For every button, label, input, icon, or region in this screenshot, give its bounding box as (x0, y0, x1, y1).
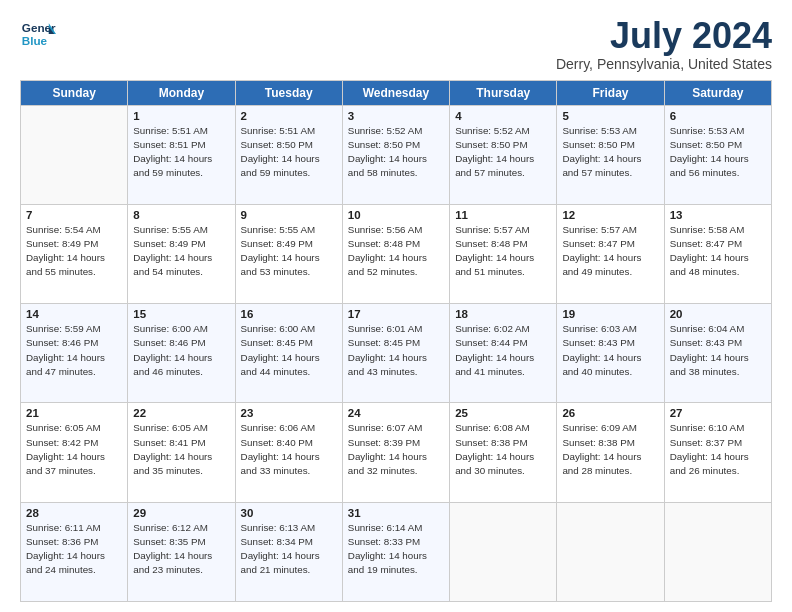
day-number: 8 (133, 209, 229, 221)
day-info: Sunrise: 5:55 AMSunset: 8:49 PMDaylight:… (133, 223, 229, 280)
day-cell: 27Sunrise: 6:10 AMSunset: 8:37 PMDayligh… (664, 403, 771, 502)
day-info: Sunrise: 5:58 AMSunset: 8:47 PMDaylight:… (670, 223, 766, 280)
day-cell: 30Sunrise: 6:13 AMSunset: 8:34 PMDayligh… (235, 502, 342, 601)
day-cell: 26Sunrise: 6:09 AMSunset: 8:38 PMDayligh… (557, 403, 664, 502)
header: General Blue July 2024 Derry, Pennsylvan… (20, 16, 772, 72)
day-info: Sunrise: 6:07 AMSunset: 8:39 PMDaylight:… (348, 421, 444, 478)
day-number: 25 (455, 407, 551, 419)
week-row-3: 14Sunrise: 5:59 AMSunset: 8:46 PMDayligh… (21, 304, 772, 403)
day-cell (450, 502, 557, 601)
day-number: 23 (241, 407, 337, 419)
calendar-table: SundayMondayTuesdayWednesdayThursdayFrid… (20, 80, 772, 602)
day-number: 27 (670, 407, 766, 419)
day-info: Sunrise: 6:09 AMSunset: 8:38 PMDaylight:… (562, 421, 658, 478)
day-number: 19 (562, 308, 658, 320)
day-cell: 24Sunrise: 6:07 AMSunset: 8:39 PMDayligh… (342, 403, 449, 502)
day-info: Sunrise: 6:11 AMSunset: 8:36 PMDaylight:… (26, 521, 122, 578)
day-header-saturday: Saturday (664, 80, 771, 105)
day-cell: 18Sunrise: 6:02 AMSunset: 8:44 PMDayligh… (450, 304, 557, 403)
day-header-thursday: Thursday (450, 80, 557, 105)
day-number: 29 (133, 507, 229, 519)
day-cell: 9Sunrise: 5:55 AMSunset: 8:49 PMDaylight… (235, 204, 342, 303)
day-header-sunday: Sunday (21, 80, 128, 105)
day-number: 5 (562, 110, 658, 122)
svg-text:Blue: Blue (22, 34, 48, 47)
day-number: 26 (562, 407, 658, 419)
day-cell: 2Sunrise: 5:51 AMSunset: 8:50 PMDaylight… (235, 105, 342, 204)
day-cell: 5Sunrise: 5:53 AMSunset: 8:50 PMDaylight… (557, 105, 664, 204)
day-info: Sunrise: 6:13 AMSunset: 8:34 PMDaylight:… (241, 521, 337, 578)
day-number: 3 (348, 110, 444, 122)
day-cell: 3Sunrise: 5:52 AMSunset: 8:50 PMDaylight… (342, 105, 449, 204)
day-info: Sunrise: 6:10 AMSunset: 8:37 PMDaylight:… (670, 421, 766, 478)
logo-icon: General Blue (20, 16, 56, 52)
week-row-4: 21Sunrise: 6:05 AMSunset: 8:42 PMDayligh… (21, 403, 772, 502)
day-number: 31 (348, 507, 444, 519)
day-cell: 8Sunrise: 5:55 AMSunset: 8:49 PMDaylight… (128, 204, 235, 303)
day-cell: 20Sunrise: 6:04 AMSunset: 8:43 PMDayligh… (664, 304, 771, 403)
day-cell: 1Sunrise: 5:51 AMSunset: 8:51 PMDaylight… (128, 105, 235, 204)
day-number: 20 (670, 308, 766, 320)
day-header-tuesday: Tuesday (235, 80, 342, 105)
day-info: Sunrise: 6:04 AMSunset: 8:43 PMDaylight:… (670, 322, 766, 379)
day-number: 21 (26, 407, 122, 419)
day-cell: 6Sunrise: 5:53 AMSunset: 8:50 PMDaylight… (664, 105, 771, 204)
day-info: Sunrise: 6:14 AMSunset: 8:33 PMDaylight:… (348, 521, 444, 578)
day-cell: 15Sunrise: 6:00 AMSunset: 8:46 PMDayligh… (128, 304, 235, 403)
day-info: Sunrise: 6:08 AMSunset: 8:38 PMDaylight:… (455, 421, 551, 478)
day-cell: 12Sunrise: 5:57 AMSunset: 8:47 PMDayligh… (557, 204, 664, 303)
day-cell: 13Sunrise: 5:58 AMSunset: 8:47 PMDayligh… (664, 204, 771, 303)
day-number: 10 (348, 209, 444, 221)
day-info: Sunrise: 5:51 AMSunset: 8:51 PMDaylight:… (133, 124, 229, 181)
day-info: Sunrise: 5:51 AMSunset: 8:50 PMDaylight:… (241, 124, 337, 181)
day-cell: 29Sunrise: 6:12 AMSunset: 8:35 PMDayligh… (128, 502, 235, 601)
day-number: 16 (241, 308, 337, 320)
day-info: Sunrise: 5:57 AMSunset: 8:48 PMDaylight:… (455, 223, 551, 280)
day-cell (664, 502, 771, 601)
day-info: Sunrise: 5:52 AMSunset: 8:50 PMDaylight:… (348, 124, 444, 181)
day-cell: 16Sunrise: 6:00 AMSunset: 8:45 PMDayligh… (235, 304, 342, 403)
day-number: 9 (241, 209, 337, 221)
day-info: Sunrise: 5:56 AMSunset: 8:48 PMDaylight:… (348, 223, 444, 280)
day-cell (557, 502, 664, 601)
day-cell: 23Sunrise: 6:06 AMSunset: 8:40 PMDayligh… (235, 403, 342, 502)
main-title: July 2024 (556, 16, 772, 56)
logo: General Blue (20, 16, 56, 52)
day-info: Sunrise: 6:00 AMSunset: 8:46 PMDaylight:… (133, 322, 229, 379)
day-info: Sunrise: 5:53 AMSunset: 8:50 PMDaylight:… (670, 124, 766, 181)
day-cell: 10Sunrise: 5:56 AMSunset: 8:48 PMDayligh… (342, 204, 449, 303)
day-number: 2 (241, 110, 337, 122)
day-cell: 31Sunrise: 6:14 AMSunset: 8:33 PMDayligh… (342, 502, 449, 601)
day-number: 22 (133, 407, 229, 419)
day-info: Sunrise: 6:05 AMSunset: 8:41 PMDaylight:… (133, 421, 229, 478)
day-info: Sunrise: 5:52 AMSunset: 8:50 PMDaylight:… (455, 124, 551, 181)
day-info: Sunrise: 6:02 AMSunset: 8:44 PMDaylight:… (455, 322, 551, 379)
day-info: Sunrise: 5:54 AMSunset: 8:49 PMDaylight:… (26, 223, 122, 280)
day-number: 11 (455, 209, 551, 221)
day-number: 17 (348, 308, 444, 320)
day-number: 6 (670, 110, 766, 122)
day-cell: 19Sunrise: 6:03 AMSunset: 8:43 PMDayligh… (557, 304, 664, 403)
day-cell: 11Sunrise: 5:57 AMSunset: 8:48 PMDayligh… (450, 204, 557, 303)
day-number: 1 (133, 110, 229, 122)
day-cell: 28Sunrise: 6:11 AMSunset: 8:36 PMDayligh… (21, 502, 128, 601)
day-info: Sunrise: 6:06 AMSunset: 8:40 PMDaylight:… (241, 421, 337, 478)
day-number: 28 (26, 507, 122, 519)
day-info: Sunrise: 5:53 AMSunset: 8:50 PMDaylight:… (562, 124, 658, 181)
day-number: 24 (348, 407, 444, 419)
day-info: Sunrise: 5:57 AMSunset: 8:47 PMDaylight:… (562, 223, 658, 280)
title-area: July 2024 Derry, Pennsylvania, United St… (556, 16, 772, 72)
day-info: Sunrise: 6:00 AMSunset: 8:45 PMDaylight:… (241, 322, 337, 379)
day-header-friday: Friday (557, 80, 664, 105)
week-row-1: 1Sunrise: 5:51 AMSunset: 8:51 PMDaylight… (21, 105, 772, 204)
day-cell: 21Sunrise: 6:05 AMSunset: 8:42 PMDayligh… (21, 403, 128, 502)
day-info: Sunrise: 6:12 AMSunset: 8:35 PMDaylight:… (133, 521, 229, 578)
calendar-page: General Blue July 2024 Derry, Pennsylvan… (0, 0, 792, 612)
day-cell: 22Sunrise: 6:05 AMSunset: 8:41 PMDayligh… (128, 403, 235, 502)
day-cell: 14Sunrise: 5:59 AMSunset: 8:46 PMDayligh… (21, 304, 128, 403)
day-number: 7 (26, 209, 122, 221)
week-row-5: 28Sunrise: 6:11 AMSunset: 8:36 PMDayligh… (21, 502, 772, 601)
day-cell: 25Sunrise: 6:08 AMSunset: 8:38 PMDayligh… (450, 403, 557, 502)
day-number: 30 (241, 507, 337, 519)
day-info: Sunrise: 5:55 AMSunset: 8:49 PMDaylight:… (241, 223, 337, 280)
